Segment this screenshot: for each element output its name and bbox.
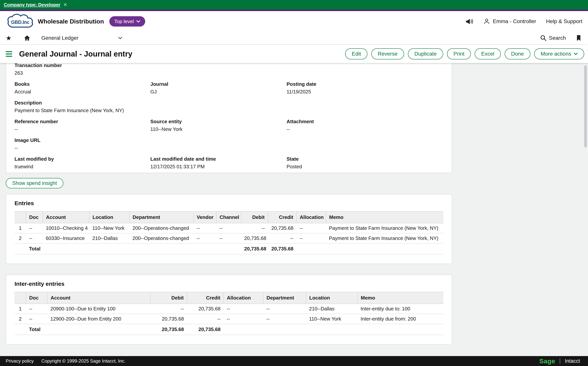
field-image-url: Image URL-- <box>15 137 150 151</box>
table-cell: 110--New York <box>89 223 129 233</box>
module-select-value: General Ledger <box>41 35 78 41</box>
field-journal: JournalGJ <box>150 81 287 95</box>
bookmark-icon[interactable] <box>576 35 581 41</box>
column-header-location: Location <box>89 212 129 223</box>
detail-row: Last modified bytruewindLast modified da… <box>15 156 443 170</box>
duplicate-button[interactable]: Duplicate <box>408 48 443 59</box>
favorites-star-icon[interactable]: ★ <box>6 35 11 41</box>
more-actions-label: More actions <box>541 51 571 57</box>
table-cell: 210--Dallas <box>306 304 358 314</box>
column-header-doc: Doc <box>26 292 47 304</box>
table-header-row: DocAccountDebitCreditAllocationDepartmen… <box>15 292 443 304</box>
table-cell: -- <box>263 304 306 314</box>
column-header <box>15 212 26 223</box>
privacy-policy-link[interactable]: Privacy policy <box>6 358 34 364</box>
table-header-row: DocAccountLocationDepartmentVendorChanne… <box>15 212 443 223</box>
table-cell: 20,735.68 <box>187 304 224 314</box>
table-row: 2--60330--Insurance210--Dallas200--Opera… <box>15 233 443 243</box>
footer-divider <box>560 358 560 364</box>
field-value: 12/17/2025 01:33:17 PM <box>150 164 287 170</box>
module-select[interactable]: General Ledger <box>41 35 122 41</box>
vertical-scrollbar[interactable] <box>584 65 587 147</box>
field-last-modified-date-and-time: Last modified date and time12/17/2025 01… <box>150 156 287 170</box>
table-cell: Inter-entity due to: 100 <box>358 304 443 314</box>
table-cell: 2 <box>15 233 26 243</box>
field-value: Accrual <box>15 89 150 95</box>
reverse-button[interactable]: Reverse <box>371 48 404 59</box>
help-support-link[interactable]: Help & Support <box>546 18 582 24</box>
show-spend-insight-button[interactable]: Show spend insight <box>6 178 63 188</box>
user-name: Emma - Controller <box>493 18 536 24</box>
total-cell: 20,735.68 <box>187 324 224 335</box>
excel-button[interactable]: Excel <box>475 48 501 59</box>
search-icon <box>540 35 547 41</box>
column-header-credit: Credit <box>187 292 224 304</box>
field-value: 11/19/2025 <box>287 89 443 95</box>
detail-row: Transaction number263 <box>15 63 443 76</box>
total-cell <box>15 324 26 335</box>
field-value: 263 <box>15 70 150 76</box>
field-value: truewind <box>15 164 150 170</box>
table-cell: -- <box>224 304 263 314</box>
banner-close-icon[interactable]: ✕ <box>63 2 67 7</box>
menu-icon[interactable] <box>6 51 12 57</box>
field-description: DescriptionPayment to State Farm Insuran… <box>15 100 150 114</box>
column-header-account: Account <box>43 212 89 223</box>
column-header-memo: Memo <box>326 212 443 223</box>
page-title-bar: General Journal - Journal entry EditReve… <box>0 45 588 63</box>
inter-entity-table: DocAccountDebitCreditAllocationDepartmen… <box>15 292 443 335</box>
nav-right: Search <box>540 35 582 41</box>
table-cell: 200--Operations-changed <box>129 233 193 243</box>
field-value: GJ <box>150 89 287 95</box>
person-icon <box>483 18 490 25</box>
edit-button[interactable]: Edit <box>345 48 367 59</box>
table-cell: Inter-entity due from: 200 <box>358 314 443 324</box>
field-posting-date: Posting date11/19/2025 <box>287 81 443 95</box>
total-cell <box>47 324 150 335</box>
chevron-down-icon <box>574 53 578 55</box>
field-value: Posted <box>287 164 443 170</box>
chevron-down-icon <box>118 37 122 39</box>
entity-selector[interactable]: Top level <box>109 16 145 27</box>
field-reference-number: Reference number-- <box>15 118 150 132</box>
done-button[interactable]: Done <box>505 48 530 59</box>
logo-text: GBD.Inc <box>6 13 35 30</box>
copyright-text: Copyright © 1999-2025 Sage Intacct, Inc. <box>41 358 125 364</box>
field-label: State <box>287 156 443 162</box>
column-header-debit: Debit <box>241 212 268 223</box>
table-cell: -- <box>26 233 43 243</box>
total-cell <box>296 243 326 254</box>
total-cell <box>43 243 89 254</box>
table-cell: -- <box>216 223 241 233</box>
table-cell: -- <box>193 233 216 243</box>
total-cell <box>15 243 26 254</box>
field-label: Journal <box>150 81 287 87</box>
app-header: GBD.Inc Wholesale Distribution Top level… <box>0 11 588 32</box>
table-cell: Payment to State Farm Insurance (New Yor… <box>326 233 443 243</box>
total-cell <box>263 324 306 335</box>
column-header-location: Location <box>306 292 358 304</box>
table-cell: -- <box>187 314 224 324</box>
table-row: 1--20900-100--Due to Entity 100--20,735.… <box>15 304 443 314</box>
field-label: Transaction number <box>15 63 150 69</box>
table-cell: 60330--Insurance <box>43 233 89 243</box>
total-cell <box>129 243 193 254</box>
table-cell: 12900-200--Due from Entity 200 <box>47 314 150 324</box>
total-cell: Total <box>26 324 47 335</box>
announcements-icon[interactable] <box>465 18 473 25</box>
user-menu[interactable]: Emma - Controller <box>483 18 536 25</box>
print-button[interactable]: Print <box>447 48 471 59</box>
detail-row: Image URL-- <box>15 137 443 151</box>
company-type-link[interactable]: Company type: Developer <box>4 2 60 8</box>
table-cell: -- <box>268 233 296 243</box>
field-label: Description <box>15 100 150 106</box>
more-actions-button[interactable]: More actions <box>534 48 584 59</box>
total-cell <box>358 324 443 335</box>
inter-entity-card: Inter-entity entries DocAccountDebitCred… <box>6 275 452 345</box>
column-header-memo: Memo <box>358 292 443 304</box>
inter-entity-title: Inter-entity entries <box>15 280 443 287</box>
home-icon[interactable] <box>24 35 30 41</box>
search-button[interactable]: Search <box>540 35 566 41</box>
table-cell: -- <box>296 223 326 233</box>
total-cell: Total <box>26 243 43 254</box>
